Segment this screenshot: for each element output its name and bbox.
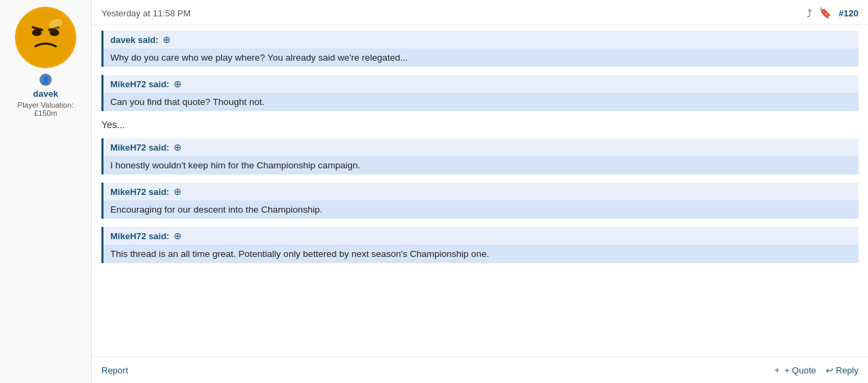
quote-author: davek said: [110, 35, 159, 45]
post-header-actions: ⤴ 🔖 #120 [807, 7, 858, 19]
sidebar: davek Player Valuation: £150m [0, 0, 92, 383]
post-header: Yesterday at 11:58 PM ⤴ 🔖 #120 [92, 0, 868, 25]
user-badge-icon [39, 74, 52, 86]
reply-text: Yes... [101, 119, 858, 130]
quote-header: MikeH72 said: ⊕ [103, 75, 858, 93]
bookmark-icon[interactable]: 🔖 [819, 7, 832, 19]
footer-actions: ＋ + Quote ↩ Reply [773, 364, 858, 376]
quote-header: MikeH72 said: ⊕ [103, 138, 858, 156]
quote-expand-icon[interactable]: ⊕ [174, 186, 182, 197]
quote-block: MikeH72 said: ⊕ Encouraging for our desc… [101, 183, 858, 219]
quote-expand-icon[interactable]: ⊕ [174, 230, 182, 241]
report-link[interactable]: Report [101, 365, 128, 376]
quote-content: This thread is an all time great. Potent… [103, 245, 858, 263]
quote-content: I honestly wouldn't keep him for the Cha… [103, 156, 858, 174]
quote-expand-icon[interactable]: ⊕ [174, 78, 182, 89]
reply-arrow-icon: ↩ [826, 365, 833, 376]
quote-expand-icon[interactable]: ⊕ [163, 34, 171, 45]
quote-header: davek said: ⊕ [103, 31, 858, 48]
quote-author: MikeH72 said: [110, 187, 170, 197]
quote-expand-icon[interactable]: ⊕ [174, 142, 182, 153]
svg-point-1 [17, 9, 74, 66]
avatar [15, 7, 76, 68]
quote-author: MikeH72 said: [110, 142, 170, 153]
quote-block: MikeH72 said: ⊕ I honestly wouldn't keep… [101, 138, 858, 174]
quote-header: MikeH72 said: ⊕ [103, 227, 858, 245]
main-content: Yesterday at 11:58 PM ⤴ 🔖 #120 davek sai… [92, 0, 868, 383]
avatar-image [15, 7, 76, 68]
quote-block: davek said: ⊕ Why do you care who we pla… [101, 31, 858, 67]
post-footer: Report ＋ + Quote ↩ Reply [92, 356, 868, 383]
user-meta: Player Valuation: £150m [18, 101, 74, 117]
share-icon[interactable]: ⤴ [807, 7, 812, 19]
quote-button[interactable]: ＋ + Quote [773, 364, 816, 376]
username[interactable]: davek [33, 89, 59, 99]
reply-button[interactable]: ↩ Reply [826, 365, 858, 376]
quote-block: MikeH72 said: ⊕ Can you find that quote?… [101, 75, 858, 111]
quote-content: Encouraging for our descent into the Cha… [103, 200, 858, 219]
quote-content: Why do you care who we play where? You a… [103, 48, 858, 67]
quote-plus-icon: ＋ [773, 364, 782, 376]
post-timestamp: Yesterday at 11:58 PM [101, 8, 191, 18]
quote-author: MikeH72 said: [110, 231, 170, 241]
quote-author: MikeH72 said: [110, 79, 170, 89]
quote-header: MikeH72 said: ⊕ [103, 183, 858, 200]
post-body: davek said: ⊕ Why do you care who we pla… [92, 25, 868, 356]
post-number: #120 [839, 8, 858, 18]
quote-block: MikeH72 said: ⊕ This thread is an all ti… [101, 227, 858, 263]
quote-content: Can you find that quote? Thought not. [103, 93, 858, 111]
